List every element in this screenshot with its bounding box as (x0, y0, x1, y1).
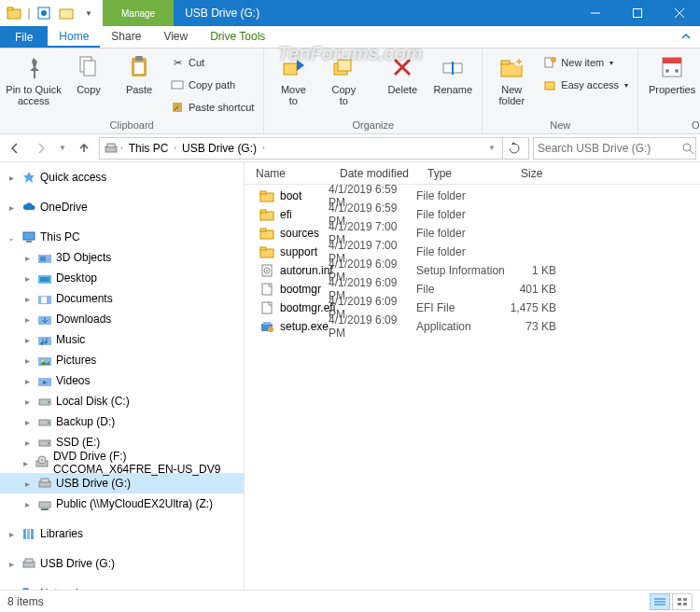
recent-button[interactable]: ▼ (56, 137, 69, 160)
explorer-icon[interactable] (4, 3, 24, 23)
easy-access-button[interactable]: Easy access▾ (539, 75, 632, 95)
up-button[interactable] (73, 137, 95, 160)
file-row[interactable]: sources4/1/2019 7:00 PMFile folder (245, 224, 700, 243)
new-folder-button[interactable]: New folder (488, 50, 535, 106)
expand-icon[interactable]: ▸ (21, 313, 34, 326)
col-size[interactable]: Size (510, 167, 566, 180)
maximize-button[interactable] (616, 0, 658, 26)
expand-icon[interactable]: ▸ (5, 201, 18, 214)
nav-item[interactable]: ▸Downloads (0, 309, 244, 329)
refresh-button[interactable] (502, 138, 525, 159)
col-name[interactable]: Name (245, 167, 329, 180)
titlebar: | ▼ Manage USB Drive (G:) (0, 0, 700, 26)
ribbon-collapse-button[interactable] (672, 26, 700, 48)
view-icons-button[interactable] (672, 593, 693, 610)
file-row[interactable]: autorun.inf4/1/2019 6:09 PMSetup Informa… (245, 261, 700, 280)
nav-item[interactable]: ▸DVD Drive (F:) CCCOMA_X64FRE_EN-US_DV9 (0, 452, 244, 473)
properties-button[interactable]: Properties (644, 50, 700, 95)
nav-item[interactable]: ▸Backup (D:) (0, 411, 244, 432)
col-date[interactable]: Date modified (329, 167, 416, 180)
navigation-pane[interactable]: ▸Quick access▸OneDrive⌄This PC▸3D Object… (0, 162, 245, 590)
nav-item[interactable]: ▸OneDrive (0, 197, 244, 217)
copy-to-button[interactable]: Copy to (320, 50, 367, 106)
nav-item[interactable]: ▸Documents (0, 288, 244, 309)
expand-icon[interactable]: ▸ (5, 171, 18, 184)
minimize-button[interactable] (574, 0, 616, 26)
nav-item[interactable]: ⌄This PC (0, 227, 244, 247)
expand-icon[interactable]: ▸ (21, 292, 34, 305)
forward-button[interactable] (30, 137, 52, 160)
expand-icon[interactable]: ▸ (5, 557, 18, 570)
file-row[interactable]: efi4/1/2019 6:59 PMFile folder (245, 205, 700, 224)
content-area[interactable]: Name Date modified Type Size boot4/1/201… (245, 162, 700, 590)
nav-label: SSD (E:) (56, 436, 100, 449)
expand-icon[interactable]: ▸ (5, 527, 18, 540)
nav-item[interactable]: ▸Network (0, 583, 244, 590)
tab-drive-tools[interactable]: Drive Tools (199, 26, 276, 48)
expand-icon[interactable]: ▸ (21, 251, 34, 264)
nav-item[interactable]: ▸Pictures (0, 350, 244, 370)
qa-dropdown[interactable]: ▼ (78, 3, 99, 23)
cut-button[interactable]: ✂Cut (166, 52, 258, 73)
qa-new-folder[interactable] (56, 3, 77, 23)
tab-share[interactable]: Share (100, 26, 152, 48)
svg-point-63 (45, 341, 48, 344)
copy-button[interactable]: Copy (65, 50, 112, 95)
svg-point-28 (551, 57, 556, 63)
nav-item[interactable]: ▸Videos (0, 370, 244, 391)
address-dropdown[interactable]: ▼ (483, 137, 500, 160)
file-size: 1,475 KB (510, 301, 566, 314)
nav-item[interactable]: ▸Local Disk (C:) (0, 391, 244, 411)
file-row[interactable]: support4/1/2019 7:00 PMFile folder (245, 243, 700, 261)
expand-icon[interactable]: ▸ (21, 497, 34, 510)
expand-icon[interactable]: ▸ (21, 456, 31, 469)
move-to-button[interactable]: Move to (270, 50, 316, 106)
rename-button[interactable]: Rename (429, 50, 476, 95)
tab-file[interactable]: File (0, 26, 48, 48)
nav-item[interactable]: ▸Quick access (0, 167, 244, 188)
nav-item[interactable]: ▸Public (\\MyCloudEX2Ultra) (Z:) (0, 494, 244, 514)
close-button[interactable] (658, 0, 700, 26)
file-type: Application (416, 320, 510, 333)
nav-item[interactable]: ▸Music (0, 329, 244, 350)
copy-path-button[interactable]: Copy path (166, 75, 258, 95)
file-row[interactable]: bootmgr.efi4/1/2019 6:09 PMEFI File1,475… (245, 299, 700, 317)
file-icon (259, 319, 274, 334)
address-bar[interactable]: › This PC › USB Drive (G:) › ▼ (99, 137, 529, 160)
nav-item[interactable]: ▸Libraries (0, 523, 244, 544)
tab-home[interactable]: Home (48, 26, 100, 48)
col-type[interactable]: Type (416, 167, 510, 180)
nav-item[interactable]: ▸USB Drive (G:) (0, 553, 244, 574)
expand-icon[interactable]: ▸ (21, 415, 34, 428)
file-row[interactable]: setup.exe4/1/2019 6:09 PMApplication73 K… (245, 317, 700, 336)
paste-shortcut-button[interactable]: Paste shortcut (166, 97, 258, 118)
column-headers[interactable]: Name Date modified Type Size (245, 162, 700, 185)
nav-item[interactable]: ▸USB Drive (G:) (0, 473, 244, 494)
tab-view[interactable]: View (152, 26, 199, 48)
delete-button[interactable]: Delete (379, 50, 426, 95)
expand-icon[interactable]: ▸ (21, 354, 34, 367)
nav-label: Backup (D:) (56, 415, 115, 428)
nav-item[interactable]: ▸Desktop (0, 268, 244, 288)
file-row[interactable]: boot4/1/2019 6:59 PMFile folder (245, 187, 700, 205)
nav-item[interactable]: ▸3D Objects (0, 247, 244, 268)
expand-icon[interactable]: ▸ (21, 436, 34, 449)
back-button[interactable] (4, 137, 26, 160)
expand-icon[interactable]: ⌄ (5, 230, 18, 243)
expand-icon[interactable]: ▸ (21, 271, 34, 285)
expand-icon[interactable]: ▸ (21, 333, 34, 346)
search-box[interactable] (533, 137, 696, 160)
view-details-button[interactable] (650, 593, 670, 610)
qa-properties[interactable] (34, 3, 54, 23)
crumb-current[interactable]: USB Drive (G:) (178, 142, 260, 155)
search-input[interactable] (538, 142, 678, 155)
expand-icon[interactable]: ▸ (21, 395, 34, 408)
expand-icon[interactable]: ▸ (21, 374, 34, 387)
pin-to-quick-access-button[interactable]: Pin to Quick access (6, 50, 62, 106)
paste-button[interactable]: Paste (116, 50, 162, 95)
file-row[interactable]: bootmgr4/1/2019 6:09 PMFile401 KB (245, 280, 700, 299)
expand-icon[interactable]: ▸ (21, 477, 34, 490)
new-item-button[interactable]: New item▾ (539, 52, 632, 73)
crumb-this-pc[interactable]: This PC (125, 142, 173, 155)
svg-rect-61 (38, 337, 51, 345)
